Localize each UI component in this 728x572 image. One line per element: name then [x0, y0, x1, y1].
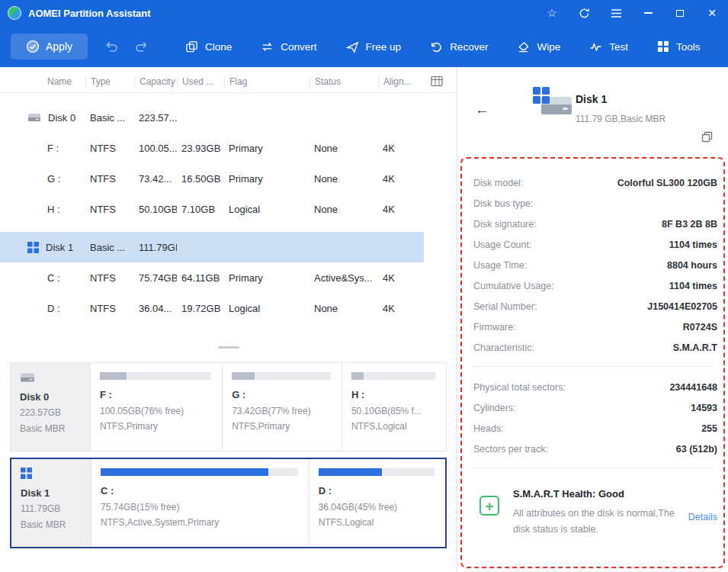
row-capacity: 223.57...	[134, 112, 177, 124]
disk-style: Basic MBR	[21, 517, 86, 533]
detail-disk-sub: 111.79 GB,Basic MBR	[576, 114, 665, 124]
detail-list: Disk model:Colorful SL300 120GB Disk bus…	[458, 172, 728, 538]
app-window: AOMEI Partition Assistant ☆ ✕ Apply	[0, 0, 728, 572]
table-row-partition-d[interactable]: D : NTFS 36.04... 19.72GB Logical None 4…	[0, 293, 424, 323]
row-type: NTFS	[85, 303, 134, 314]
row-type: NTFS	[85, 143, 134, 154]
row-status: None	[309, 303, 378, 314]
partition-block-h[interactable]: H : 50.10GB(85% f... NTFS,Logical	[342, 363, 446, 451]
column-capacity[interactable]: Capacity	[134, 76, 177, 87]
close-button[interactable]: ✕	[696, 0, 728, 26]
table-body: Disk 0 Basic ... 223.57... F : NTFS 100.…	[0, 93, 457, 323]
column-align[interactable]: Align...	[378, 76, 422, 87]
row-status: None	[309, 204, 378, 215]
row-flag: Logical	[224, 204, 309, 215]
table-row-disk0[interactable]: Disk 0 Basic ... 223.57...	[0, 102, 424, 133]
maximize-button[interactable]	[664, 0, 696, 26]
row-flag: Primary	[224, 173, 309, 185]
test-icon	[589, 40, 602, 53]
divider	[473, 366, 714, 367]
favorite-star-icon[interactable]: ☆	[536, 0, 568, 26]
row-used: 23.93GB	[177, 143, 224, 154]
detail-row-cumulative-usage: Cumulative Usage:1104 times	[473, 275, 717, 296]
wipe-icon	[517, 40, 530, 53]
row-name: Disk 1	[46, 242, 73, 253]
copy-icon[interactable]	[701, 131, 713, 146]
free-up-button[interactable]: Free up	[335, 33, 412, 61]
apply-check-icon	[26, 40, 40, 53]
tools-icon	[657, 40, 669, 53]
convert-button[interactable]: Convert	[250, 33, 327, 61]
disk-style: Basic MBR	[20, 421, 85, 437]
column-flag[interactable]: Flag	[224, 76, 309, 87]
table-row-partition-g[interactable]: G : NTFS 73.42... 16.50GB Primary None 4…	[0, 163, 424, 194]
apply-label: Apply	[46, 40, 72, 53]
row-name: H :	[47, 204, 60, 215]
toolbar: Apply Clone Convert Free up	[0, 26, 728, 67]
row-name: Disk 0	[48, 112, 75, 124]
disk1-card: Disk 1 111.79GB Basic MBR C : 75.74GB(15…	[10, 458, 447, 548]
test-button[interactable]: Test	[579, 33, 639, 61]
disk-detail-panel: ← Disk 1 111.79 GB,Basic MBR Disk model:…	[458, 67, 728, 572]
wipe-button[interactable]: Wipe	[506, 33, 571, 61]
title-bar: AOMEI Partition Assistant ☆ ✕	[0, 0, 728, 26]
column-status[interactable]: Status	[309, 76, 378, 87]
detail-row-heads: Heads:255	[473, 418, 717, 439]
free-up-icon	[346, 40, 359, 53]
column-settings-icon[interactable]	[428, 73, 445, 90]
disk0-info-block[interactable]: Disk 0 223.57GB Basic MBR	[11, 363, 90, 451]
partition-block-c[interactable]: C : 75.74GB(15% free) NTFS,Active,System…	[91, 459, 309, 547]
row-type: NTFS	[85, 204, 134, 215]
column-name[interactable]: Name	[0, 76, 85, 87]
refresh-icon[interactable]	[568, 0, 600, 26]
clone-button[interactable]: Clone	[175, 33, 242, 61]
row-capacity: 111.79GB	[134, 242, 177, 253]
partition-block-g[interactable]: G : 73.42GB(77% free) NTFS,Primary	[222, 363, 342, 451]
table-row-partition-f[interactable]: F : NTFS 100.05... 23.93GB Primary None …	[0, 133, 424, 163]
column-used[interactable]: Used ...	[177, 76, 224, 87]
disk1-squares-icon	[21, 468, 32, 479]
smart-health-block: + S.M.A.R.T Health: Good All attributes …	[473, 478, 717, 538]
disk-capacity: 111.79GB	[21, 501, 86, 517]
redo-button[interactable]	[132, 37, 152, 56]
row-type: Basic ...	[85, 112, 134, 124]
table-row-disk1[interactable]: Disk 1 Basic ... 111.79GB	[0, 232, 424, 262]
row-name: F :	[47, 143, 59, 154]
apply-button[interactable]: Apply	[11, 34, 88, 59]
detail-row-disk-model: Disk model:Colorful SL300 120GB	[473, 172, 717, 193]
usage-bar	[351, 372, 435, 380]
menu-icon[interactable]	[600, 0, 632, 26]
app-title: AOMEI Partition Assistant	[28, 8, 151, 19]
detail-row-usage-time: Usage Time:8804 hours	[473, 255, 717, 275]
row-status: Active&Sys...	[309, 272, 378, 284]
partition-block-f[interactable]: F : 100.05GB(76% free) NTFS,Primary	[90, 363, 222, 451]
disk0-card: Disk 0 223.57GB Basic MBR F : 100.05GB(7…	[10, 362, 447, 451]
table-row-partition-c[interactable]: C : NTFS 75.74GB 64.11GB Primary Active&…	[0, 262, 424, 293]
detail-row-cylinders: Cylinders:14593	[473, 397, 717, 418]
column-type[interactable]: Type	[85, 76, 134, 87]
disk1-info-block[interactable]: Disk 1 111.79GB Basic MBR	[11, 459, 91, 547]
detail-row-bus-type: Disk bus type:	[473, 193, 717, 214]
detail-row-characteristic: Characteristic:S.M.A.R.T	[473, 337, 717, 358]
usage-bar	[232, 372, 331, 380]
back-arrow-icon[interactable]: ←	[475, 102, 489, 117]
row-used: 16.50GB	[177, 173, 224, 185]
recover-button[interactable]: Recover	[419, 33, 499, 61]
details-link[interactable]: Details	[688, 512, 717, 522]
detail-disk-name: Disk 1	[576, 93, 607, 105]
partition-block-d[interactable]: D : 36.04GB(45% free) NTFS,Logical	[309, 459, 445, 547]
table-header: Name Type Capacity Used ... Flag Status …	[0, 70, 457, 93]
disk-drive-icon	[531, 85, 574, 124]
row-used: 7.10GB	[177, 204, 224, 215]
row-type: NTFS	[85, 173, 134, 185]
row-capacity: 36.04...	[134, 303, 177, 314]
row-status: None	[309, 173, 378, 185]
table-row-partition-h[interactable]: H : NTFS 50.10GB 7.10GB Logical None 4K	[0, 194, 424, 224]
undo-button[interactable]	[101, 37, 121, 56]
detail-row-firmware: Firmware:R0724S	[473, 317, 717, 337]
row-align: 4K	[378, 173, 422, 185]
minimize-button[interactable]	[632, 0, 664, 26]
panel-splitter-handle[interactable]	[218, 346, 239, 349]
row-type: Basic ...	[85, 242, 134, 253]
tools-button[interactable]: Tools	[646, 33, 711, 61]
